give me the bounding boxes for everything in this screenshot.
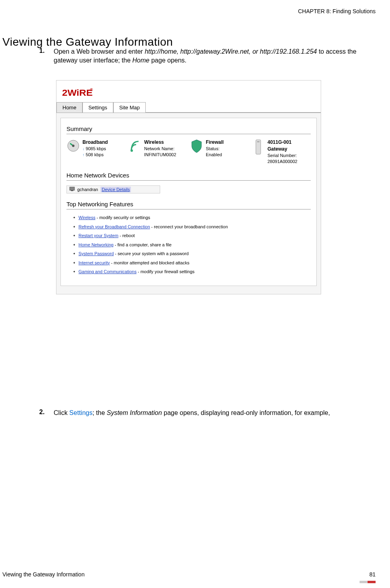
list-item: Gaming and Communications - modify your … <box>73 268 311 275</box>
url-list: http://home, http://gateway.2Wire.net, o… <box>145 48 317 55</box>
step-body: Click Settings; the System Information p… <box>54 409 330 417</box>
tab-home[interactable]: Home <box>56 102 82 113</box>
step-1: 1. Open a Web browser and enter http://h… <box>39 47 376 64</box>
device-details-link[interactable]: Device Details <box>101 187 131 192</box>
list-item: Wireless - modify security or settings <box>73 214 311 221</box>
firewall-value: Enabled <box>206 152 224 158</box>
tab-bar: Home Settings Site Map <box>56 102 321 113</box>
text: page opens, displaying read-only informa… <box>162 409 330 416</box>
text: - modify your firewall settings <box>137 269 195 274</box>
svg-rect-6 <box>71 190 73 191</box>
feature-list: Wireless - modify security or settings R… <box>66 214 311 275</box>
feature-link-internet-security[interactable]: Internet security <box>78 260 110 265</box>
gateway-value: 28091A000002 <box>267 159 311 165</box>
firewall-block: Firewall Status: Enabled <box>190 139 249 165</box>
tab-settings[interactable]: Settings <box>82 102 113 113</box>
tab-site-map[interactable]: Site Map <box>113 102 146 113</box>
page-name: System Information <box>107 409 162 416</box>
svg-point-2 <box>131 149 133 152</box>
step-body: Open a Web browser and enter http://home… <box>54 47 376 64</box>
text: ; the <box>92 409 107 416</box>
text: - secure your system with a password <box>114 251 189 256</box>
step-number: 1. <box>39 47 54 64</box>
broadband-block: Broadband ↓ 9085 kbps ↑ 508 kbps <box>66 139 126 165</box>
broadband-down: 9085 kbps <box>86 146 106 151</box>
svg-rect-5 <box>70 187 74 190</box>
svg-point-1 <box>72 145 74 147</box>
text: - find a computer, share a file <box>113 242 171 247</box>
text: Open a Web browser and enter <box>54 48 145 55</box>
router-icon <box>251 139 265 155</box>
page-title: Viewing the Gateway Information <box>2 36 173 48</box>
list-item: Restart your System - reboot <box>73 232 311 239</box>
gateway-screenshot: 2WiRE® Home Settings Site Map Summary Br… <box>56 80 321 294</box>
feature-link-system-password[interactable]: System Password <box>78 251 114 256</box>
page-number: 81 <box>369 571 376 578</box>
shield-icon <box>190 139 203 155</box>
text: - reboot <box>119 233 135 238</box>
firewall-label: Firewall <box>206 139 224 146</box>
feature-link-refresh[interactable]: Refresh your Broadband Connection <box>78 224 150 229</box>
broadband-label: Broadband <box>82 139 108 146</box>
text: - monitor attempted and blocked attacks <box>110 260 189 265</box>
brand-logo: 2WiRE <box>62 88 92 98</box>
arrow-up-icon: ↑ <box>82 153 84 157</box>
list-item: Internet security - monitor attempted an… <box>73 260 311 266</box>
feature-link-restart[interactable]: Restart your System <box>78 233 119 238</box>
chapter-header: CHAPTER 8: Finding Solutions <box>298 8 376 14</box>
svg-rect-4 <box>257 141 259 142</box>
page-name: Home <box>133 57 150 64</box>
gauge-icon <box>66 139 80 155</box>
feature-link-home-networking[interactable]: Home Networking <box>78 242 113 247</box>
firewall-field: Status: <box>206 146 224 152</box>
list-item: Refresh your Broadband Connection - reco… <box>73 224 311 230</box>
device-row: gchandran Device Details <box>66 185 160 193</box>
wifi-icon <box>128 139 142 155</box>
features-heading: Top Networking Features <box>66 201 311 209</box>
gateway-block: 4011G-001 Gateway Serial Number: 28091A0… <box>251 139 311 165</box>
footer-title: Viewing the Gateway Information <box>2 571 84 578</box>
feature-link-gaming[interactable]: Gaming and Communications <box>78 269 137 274</box>
wireless-field: Network Name: <box>144 146 176 152</box>
footer-accent-bar <box>360 581 376 583</box>
text: Click <box>54 409 69 416</box>
computer-icon <box>69 187 75 192</box>
text: page opens. <box>149 57 187 64</box>
settings-link: Settings <box>69 409 92 416</box>
text: - reconnect your broadband connection <box>150 224 228 229</box>
arrow-down-icon: ↓ <box>82 147 84 151</box>
text: - modify security or settings <box>95 215 150 220</box>
gateway-label: 4011G-001 Gateway <box>267 139 311 153</box>
step-2: 2. Click Settings; the System Informatio… <box>39 409 376 417</box>
feature-link-wireless[interactable]: Wireless <box>78 215 95 220</box>
content-panel: Summary Broadband ↓ 9085 kbps ↑ 508 kbps <box>60 118 317 286</box>
device-name: gchandran <box>77 187 98 192</box>
summary-heading: Summary <box>66 125 311 134</box>
summary-stats: Broadband ↓ 9085 kbps ↑ 508 kbps Wireles… <box>66 139 311 165</box>
wireless-value: INFINITUM0002 <box>144 152 176 158</box>
step-number: 2. <box>39 409 54 417</box>
broadband-up: 508 kbps <box>86 152 104 157</box>
devices-heading: Home Network Devices <box>66 172 311 181</box>
wireless-block: Wireless Network Name: INFINITUM0002 <box>128 139 187 165</box>
wireless-label: Wireless <box>144 139 176 146</box>
logo-area: 2WiRE® <box>56 81 321 102</box>
list-item: System Password - secure your system wit… <box>73 250 311 257</box>
list-item: Home Networking - find a computer, share… <box>73 242 311 248</box>
gateway-field: Serial Number: <box>267 153 311 159</box>
